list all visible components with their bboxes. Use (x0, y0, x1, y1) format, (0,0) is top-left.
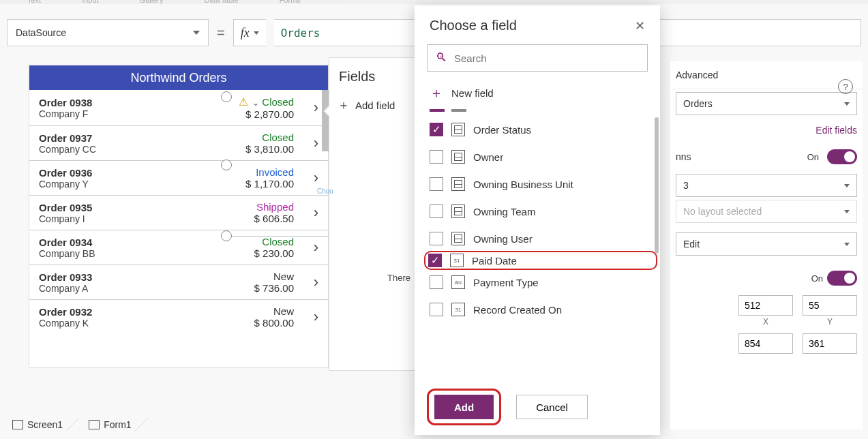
search-icon: 🔍︎ (436, 51, 447, 65)
selection-handle[interactable] (221, 230, 232, 241)
field-row[interactable]: Payment Type (427, 269, 655, 296)
mode-select[interactable]: Edit (676, 232, 857, 256)
field-type-icon (451, 177, 465, 191)
field-row[interactable]: ✓ Paid Date (424, 251, 657, 270)
x-label: X (738, 317, 793, 327)
order-item[interactable]: Order 0934Company BB Closed$ 230.00 › (29, 230, 328, 264)
chevron-down-icon (844, 210, 850, 213)
order-list: Order 0938Company F ⚠⌄ Closed$ 2,870.00 … (29, 90, 328, 334)
chevron-down-icon (844, 102, 850, 106)
checkbox[interactable] (430, 205, 443, 218)
layout-select[interactable]: No layout selected (676, 200, 857, 223)
order-name: Order 0933 (39, 271, 250, 283)
field-type-icon (451, 275, 465, 289)
order-item[interactable]: Order 0932Company K New$ 800.00 › (29, 299, 328, 334)
order-item[interactable]: Order 0933Company A New$ 736.00 › (29, 264, 328, 299)
checkbox[interactable] (430, 150, 443, 164)
property-dropdown[interactable]: DataSource (7, 19, 209, 46)
field-row[interactable]: Owning Team (427, 198, 655, 225)
plus-icon: ＋ (430, 84, 443, 102)
add-button[interactable]: Add (434, 395, 494, 419)
field-list[interactable]: ✓ Order Status Owner Owning Business Uni… (415, 116, 660, 375)
selection-handle[interactable] (221, 160, 232, 170)
checkbox[interactable]: ✓ (430, 123, 443, 136)
checkbox[interactable] (430, 232, 443, 245)
columns-select[interactable]: 3 (676, 174, 857, 197)
insert-ribbon: Text Input Gallery Data table Forms (0, 0, 868, 4)
checkbox[interactable] (430, 177, 443, 191)
width-input[interactable] (738, 333, 793, 354)
field-row[interactable]: Record Created On (427, 296, 655, 323)
order-status: New (254, 305, 294, 317)
columns-label-trunc: nns (676, 151, 691, 162)
order-price: $ 606.50 (254, 213, 294, 224)
search-input[interactable] (454, 52, 639, 64)
scrollbar[interactable] (655, 117, 659, 254)
canvas-gallery[interactable]: Northwind Orders Order 0938Company F ⚠⌄ … (29, 65, 329, 368)
x-input[interactable] (738, 295, 793, 316)
y-input[interactable] (803, 295, 857, 316)
visible-toggle[interactable] (827, 271, 857, 286)
add-field-button[interactable]: ＋ Add field (329, 91, 415, 123)
order-status: Shipped (254, 201, 294, 213)
order-name: Order 0937 (39, 132, 241, 144)
field-label: Owner (473, 151, 503, 163)
field-row[interactable]: Owning User (427, 225, 655, 252)
datasource-value: Orders (683, 98, 713, 109)
empty-hint: There (387, 273, 410, 283)
chevron-right-icon: › (298, 239, 318, 256)
order-price: $ 800.00 (254, 317, 294, 329)
crumb-form-label: Form1 (104, 419, 131, 430)
order-item[interactable]: Order 0937Company CC Closed$ 3,810.00 › (29, 125, 328, 160)
layout-value: No layout selected (683, 206, 762, 217)
ribbon-text[interactable]: Text (27, 0, 41, 4)
selection-handle[interactable] (221, 91, 232, 102)
height-input[interactable] (803, 333, 857, 354)
checkbox[interactable] (430, 303, 443, 316)
chevron-down-icon (254, 31, 259, 35)
chevron-right-icon: › (298, 169, 318, 187)
new-field-button[interactable]: ＋ New field (415, 78, 660, 108)
new-field-label: New field (451, 87, 494, 99)
mode-value: Edit (683, 239, 700, 249)
scrollbar[interactable] (322, 90, 329, 151)
field-row[interactable]: ✓ Order Status (427, 116, 655, 143)
checkbox[interactable] (430, 275, 443, 289)
ribbon-datatable[interactable]: Data table (205, 0, 239, 4)
ribbon-forms[interactable]: Forms (280, 0, 301, 4)
crumb-form[interactable]: Form1 (83, 417, 140, 433)
crumb-screen[interactable]: Screen1 (7, 417, 72, 433)
snap-toggle[interactable] (827, 149, 857, 164)
order-status: Closed (254, 236, 294, 247)
field-type-icon (451, 205, 465, 218)
order-company: Company BB (39, 248, 250, 259)
ribbon-input[interactable]: Input (82, 0, 98, 4)
close-icon[interactable]: ✕ (635, 18, 645, 33)
checkbox[interactable]: ✓ (428, 254, 442, 267)
order-item[interactable]: Order 0938Company F ⚠⌄ Closed$ 2,870.00 … (29, 90, 328, 125)
field-label: Owning User (473, 233, 533, 245)
field-row[interactable]: Owning Business Unit (427, 170, 655, 198)
ribbon-gallery[interactable]: Gallery (140, 0, 164, 4)
chevron-right-icon: › (298, 273, 318, 291)
properties-panel: ? Advanced Orders Edit fields nns On 3 N… (670, 61, 863, 429)
search-box[interactable]: 🔍︎ (427, 44, 648, 72)
order-item[interactable]: Order 0936Company Y Invoiced$ 1,170.00 › (29, 160, 328, 195)
chevron-right-icon: › (298, 134, 318, 152)
field-row[interactable]: Owner (427, 143, 655, 170)
edit-fields-link[interactable]: Edit fields (815, 125, 857, 136)
cancel-button[interactable]: Cancel (516, 395, 588, 419)
help-icon[interactable]: ? (838, 79, 853, 94)
field-label: Paid Date (472, 255, 517, 267)
screen-icon (12, 420, 23, 429)
chevron-down-icon (844, 243, 850, 246)
toggle-on-text: On (811, 273, 823, 284)
datasource-select[interactable]: Orders (676, 92, 857, 115)
fx-button[interactable]: fx (233, 19, 266, 46)
advanced-tab[interactable]: Advanced (670, 61, 863, 89)
order-name: Order 0934 (39, 237, 250, 248)
order-status: Invoiced (245, 166, 294, 178)
order-item[interactable]: Order 0935Company I Shipped$ 606.50 › (29, 195, 328, 230)
fields-panel: Fields ＋ Add field Choo There (329, 57, 416, 371)
plus-icon: ＋ (338, 97, 350, 113)
